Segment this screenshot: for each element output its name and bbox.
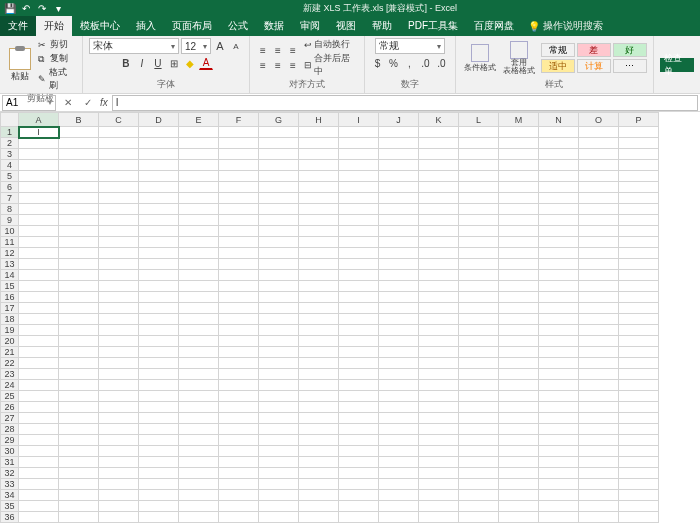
cell-M23[interactable] <box>499 369 539 380</box>
cell-E2[interactable] <box>179 138 219 149</box>
cell-O28[interactable] <box>579 424 619 435</box>
cell-O31[interactable] <box>579 457 619 468</box>
cell-N36[interactable] <box>539 512 579 523</box>
row-header-19[interactable]: 19 <box>1 325 19 336</box>
cell-I2[interactable] <box>339 138 379 149</box>
cell-I4[interactable] <box>339 160 379 171</box>
cell-M3[interactable] <box>499 149 539 160</box>
cell-L8[interactable] <box>459 204 499 215</box>
cell-J13[interactable] <box>379 259 419 270</box>
cell-N1[interactable] <box>539 127 579 138</box>
cell-H31[interactable] <box>299 457 339 468</box>
cell-H33[interactable] <box>299 479 339 490</box>
cell-J10[interactable] <box>379 226 419 237</box>
cell-C36[interactable] <box>99 512 139 523</box>
cell-D24[interactable] <box>139 380 179 391</box>
cell-O10[interactable] <box>579 226 619 237</box>
cell-I23[interactable] <box>339 369 379 380</box>
cell-E29[interactable] <box>179 435 219 446</box>
cell-E7[interactable] <box>179 193 219 204</box>
row-header-14[interactable]: 14 <box>1 270 19 281</box>
cell-P31[interactable] <box>619 457 659 468</box>
cell-C27[interactable] <box>99 413 139 424</box>
cell-L18[interactable] <box>459 314 499 325</box>
row-header-30[interactable]: 30 <box>1 446 19 457</box>
cell-A35[interactable] <box>19 501 59 512</box>
cell-A1[interactable]: I <box>19 127 59 138</box>
cell-K16[interactable] <box>419 292 459 303</box>
cell-M27[interactable] <box>499 413 539 424</box>
cell-B11[interactable] <box>59 237 99 248</box>
cell-O19[interactable] <box>579 325 619 336</box>
cell-D26[interactable] <box>139 402 179 413</box>
cell-I15[interactable] <box>339 281 379 292</box>
cell-D13[interactable] <box>139 259 179 270</box>
cell-P32[interactable] <box>619 468 659 479</box>
cell-C25[interactable] <box>99 391 139 402</box>
cell-P20[interactable] <box>619 336 659 347</box>
cell-P27[interactable] <box>619 413 659 424</box>
cell-B6[interactable] <box>59 182 99 193</box>
cell-L4[interactable] <box>459 160 499 171</box>
paste-button[interactable]: 粘贴 <box>6 48 34 83</box>
cell-C7[interactable] <box>99 193 139 204</box>
cell-G33[interactable] <box>259 479 299 490</box>
cell-D33[interactable] <box>139 479 179 490</box>
col-header-A[interactable]: A <box>19 113 59 127</box>
name-box[interactable]: A1▾ <box>2 95 56 111</box>
cell-D7[interactable] <box>139 193 179 204</box>
row-header-33[interactable]: 33 <box>1 479 19 490</box>
cell-H13[interactable] <box>299 259 339 270</box>
row-header-11[interactable]: 11 <box>1 237 19 248</box>
align-left-button[interactable]: ≡ <box>256 59 270 73</box>
cell-E6[interactable] <box>179 182 219 193</box>
shrink-font-button[interactable]: A <box>229 39 243 53</box>
cell-N21[interactable] <box>539 347 579 358</box>
cell-H28[interactable] <box>299 424 339 435</box>
merge-center-button[interactable]: ⊟合并后居中 <box>304 52 358 78</box>
cell-B25[interactable] <box>59 391 99 402</box>
cell-L6[interactable] <box>459 182 499 193</box>
cell-P29[interactable] <box>619 435 659 446</box>
cell-F34[interactable] <box>219 490 259 501</box>
cell-K13[interactable] <box>419 259 459 270</box>
cell-G23[interactable] <box>259 369 299 380</box>
cell-M36[interactable] <box>499 512 539 523</box>
cell-M30[interactable] <box>499 446 539 457</box>
row-header-10[interactable]: 10 <box>1 226 19 237</box>
cell-G6[interactable] <box>259 182 299 193</box>
cell-O21[interactable] <box>579 347 619 358</box>
tab-home[interactable]: 开始 <box>36 16 72 36</box>
cell-D22[interactable] <box>139 358 179 369</box>
row-header-15[interactable]: 15 <box>1 281 19 292</box>
number-format-combo[interactable]: 常规▾ <box>375 38 445 54</box>
cell-L36[interactable] <box>459 512 499 523</box>
cell-L7[interactable] <box>459 193 499 204</box>
cell-H9[interactable] <box>299 215 339 226</box>
cell-F28[interactable] <box>219 424 259 435</box>
cell-F24[interactable] <box>219 380 259 391</box>
underline-button[interactable]: U <box>151 56 165 70</box>
cell-N4[interactable] <box>539 160 579 171</box>
col-header-F[interactable]: F <box>219 113 259 127</box>
cell-I32[interactable] <box>339 468 379 479</box>
cell-O4[interactable] <box>579 160 619 171</box>
col-header-C[interactable]: C <box>99 113 139 127</box>
worksheet-grid[interactable]: ABCDEFGHIJKLMNOP1I2345678910111213141516… <box>0 112 700 525</box>
cell-N7[interactable] <box>539 193 579 204</box>
cell-D17[interactable] <box>139 303 179 314</box>
cell-N22[interactable] <box>539 358 579 369</box>
cell-D28[interactable] <box>139 424 179 435</box>
cell-F31[interactable] <box>219 457 259 468</box>
cell-M24[interactable] <box>499 380 539 391</box>
cell-G17[interactable] <box>259 303 299 314</box>
cell-E21[interactable] <box>179 347 219 358</box>
cell-H26[interactable] <box>299 402 339 413</box>
cell-O18[interactable] <box>579 314 619 325</box>
cell-C6[interactable] <box>99 182 139 193</box>
cell-J5[interactable] <box>379 171 419 182</box>
cell-A20[interactable] <box>19 336 59 347</box>
row-header-35[interactable]: 35 <box>1 501 19 512</box>
cell-F27[interactable] <box>219 413 259 424</box>
cell-O24[interactable] <box>579 380 619 391</box>
